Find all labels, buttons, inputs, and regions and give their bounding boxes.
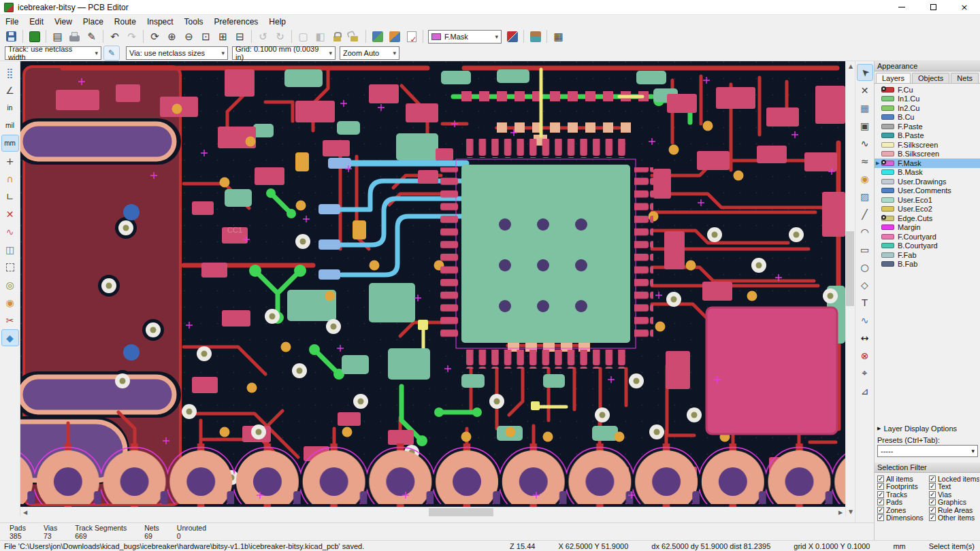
draw-polygon-button[interactable]: ◇ [857,276,873,293]
group-items-button[interactable]: ▦ [550,29,567,44]
maximize-button[interactable] [917,0,949,14]
vertical-scroll-thumb[interactable] [846,231,854,306]
polar-coords-button[interactable]: ∠ [1,82,19,99]
tab-layers[interactable]: Layers [876,73,911,83]
layer-color-swatch[interactable] [881,261,894,267]
checkbox-icon[interactable] [877,499,884,505]
edit-predefined-sizes-button[interactable]: ✎ [103,46,120,61]
layer-pair-button[interactable] [504,29,521,44]
layer-color-swatch[interactable] [881,87,894,93]
zoom-out-button[interactable]: ⊖ [180,29,197,44]
scroll-left-icon[interactable]: ◀ [20,507,30,517]
pcb-canvas[interactable]: CC1 [20,61,845,507]
layer-color-swatch[interactable] [881,105,894,111]
zone-display-button[interactable]: ◆ [1,329,19,346]
redo-button[interactable]: ↷ [123,29,140,44]
layer-row[interactable]: ▶ Edge.Cuts [875,214,980,223]
checkbox-icon[interactable] [877,483,884,490]
layer-visibility-icon[interactable] [881,215,886,220]
add-dimension-button[interactable]: ↔ [857,329,873,346]
board-setup-button[interactable] [26,29,43,44]
refresh-button[interactable]: ⟳ [146,29,163,44]
checkbox-icon[interactable] [929,483,936,490]
layer-row[interactable]: ▶ User.Drawings [875,177,980,186]
route-diff-pairs-button[interactable]: ≈ [857,152,873,169]
draw-arc-button[interactable]: ◠ [857,223,873,240]
pad-display-button[interactable]: ◎ [1,276,19,293]
units-mils-button[interactable]: mil [1,117,19,134]
filter-checkbox[interactable]: All items [877,475,928,483]
layer-color-swatch[interactable] [881,197,894,203]
checkbox-icon[interactable] [929,491,936,498]
menu-item[interactable]: Route [109,16,142,27]
layer-row[interactable]: ▶ User.Comments [875,186,980,196]
minimize-button[interactable] [886,0,917,14]
print-button[interactable] [66,29,83,44]
scroll-down-icon[interactable]: ▼ [846,507,855,516]
menu-item[interactable]: View [49,16,78,27]
undo-button[interactable]: ↶ [106,29,123,44]
save-button[interactable] [3,29,20,44]
add-spline-button[interactable]: ∿ [857,312,873,329]
local-ratsnest-button[interactable]: ▦ [857,99,873,116]
layer-row[interactable]: ▶ F.Paste [875,122,980,131]
highlight-net-button[interactable]: ✕ [857,82,873,99]
layer-color-swatch[interactable] [881,142,894,148]
checkbox-icon[interactable] [877,491,884,498]
active-layer-select[interactable]: F.Mask ▾ [428,30,502,44]
filter-checkbox[interactable]: Vias [929,490,979,499]
curved-ratsnest-button[interactable]: ∿ [1,223,19,240]
grid-select[interactable]: Grid: 0.1000 mm (0.0039 in) ▾ [232,46,336,60]
layer-color-swatch[interactable] [881,234,894,239]
layer-color-swatch[interactable] [881,133,894,138]
filter-checkbox[interactable]: Other items [929,514,979,522]
layer-color-swatch[interactable] [881,151,894,156]
filter-checkbox[interactable]: Tracks [877,490,928,499]
layer-row[interactable]: ▶ Margin [875,223,980,233]
filter-checkbox[interactable]: Graphics [929,499,979,507]
layer-color-swatch[interactable] [881,224,894,230]
menu-item[interactable]: Preferences [209,16,264,27]
zoom-selection-button[interactable]: ⊟ [231,29,248,44]
layer-row[interactable]: ▶ User.Eco1 [875,195,980,205]
rotate-cw-button[interactable]: ↻ [272,29,289,44]
draw-rectangle-button[interactable]: ▭ [857,241,873,258]
layer-color-swatch[interactable] [881,96,894,101]
layer-row[interactable]: ▶ In1.Cu [875,95,980,104]
selection-mode-a-button[interactable]: ▢ [295,29,312,44]
unlock-button[interactable] [346,29,363,44]
presets-select[interactable]: ----- ▾ [877,445,978,457]
checkbox-icon[interactable] [929,475,936,482]
units-inches-button[interactable]: in [1,99,19,116]
filter-checkbox[interactable]: Dimensions [877,514,928,522]
delete-tool-button[interactable]: ⊗ [857,347,873,364]
menu-item[interactable]: Help [263,16,291,27]
selection-tool-button[interactable]: ➤ [857,64,873,81]
tab-nets[interactable]: Nets [951,73,979,83]
layer-row[interactable]: ▶ F.Cu [875,85,980,95]
layer-color-swatch[interactable] [881,169,894,175]
layer-row[interactable]: ▶ B.Courtyard [875,241,980,251]
sketch-mode-button[interactable] [1,258,19,276]
close-button[interactable]: × [949,0,980,14]
layer-color-swatch[interactable] [881,243,894,248]
via-display-button[interactable]: ◉ [1,294,19,311]
menu-item[interactable]: Edit [24,16,49,27]
units-mm-button[interactable]: mm [1,135,19,152]
add-via-button[interactable]: ◉ [857,170,873,187]
layer-row[interactable]: ▶ F.Silkscreen [875,140,980,150]
layer-row[interactable]: ▶ F.Fab [875,250,980,260]
grid-visibility-button[interactable]: ⣿ [1,64,19,81]
rotate-ccw-button[interactable]: ↺ [255,29,272,44]
layer-visibility-icon[interactable] [881,86,886,91]
scroll-right-icon[interactable]: ▶ [836,507,845,517]
zoom-fit-button[interactable]: ⊡ [197,29,214,44]
selection-mode-b-button[interactable]: ◧ [312,29,329,44]
filter-checkbox[interactable]: Pads [877,499,928,507]
checkbox-icon[interactable] [877,475,884,482]
horizontal-scroll-thumb[interactable] [429,508,493,516]
tab-objects[interactable]: Objects [912,73,949,83]
update-pcb-button[interactable] [369,29,386,44]
layer-color-swatch[interactable] [881,216,894,221]
checkbox-icon[interactable] [929,514,936,521]
